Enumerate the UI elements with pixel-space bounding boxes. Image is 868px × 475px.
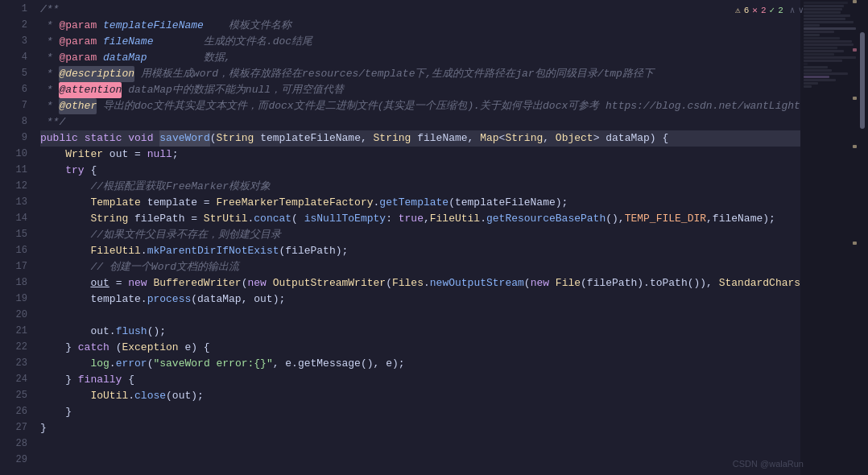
code-line-4: * @param dataMap 数据, <box>40 50 800 66</box>
code-line-16: FileUtil.mkParentDirIfNotExist(filePath)… <box>40 243 800 259</box>
code-line-9: public static void saveWord(String templ… <box>40 130 800 147</box>
code-line-22: } catch (Exception e) { <box>40 340 800 356</box>
code-line-20 <box>40 308 800 324</box>
code-area[interactable]: /** * @param templateFileName 模板文件名称 * @… <box>32 0 800 475</box>
code-line-8: **/ <box>40 114 800 130</box>
code-line-18: out = new BufferedWriter(new OutputStrea… <box>40 275 800 291</box>
code-line-12: //根据配置获取FreeMarker模板对象 <box>40 179 800 195</box>
code-line-25: IoUtil.close(out); <box>40 388 800 404</box>
minimap <box>800 0 857 475</box>
code-line-17: // 创建一个Word文档的输出流 <box>40 259 800 275</box>
code-line-7: * @other 导出的doc文件其实是文本文件，而docx文件是二进制文件(其… <box>40 98 800 114</box>
code-line-6: * @attention dataMap中的数据不能为null，可用空值代替 <box>40 82 800 98</box>
code-line-5: * @description 用模板生成word，模板存放路径在resource… <box>40 66 800 82</box>
code-line-24: } finally { <box>40 372 800 388</box>
watermark: CSDN @walaRun <box>733 459 804 469</box>
code-line-14: String filePath = StrUtil.concat( isNull… <box>40 211 800 227</box>
editor-container: 1 2 3 4 5 6 7 8 ⚠ 9 10 11 12 13 14 15 16… <box>0 0 868 475</box>
collapse-icon[interactable]: ∧ <box>790 5 796 15</box>
check-count: 2 <box>778 6 783 15</box>
warning-icon: ⚠ <box>735 5 741 15</box>
warning-count: 6 <box>744 6 750 15</box>
error-count: 2 <box>761 6 767 15</box>
scrollbar-thumb[interactable] <box>860 32 865 129</box>
code-line-21: out.flush(); <box>40 324 800 340</box>
code-line-26: } <box>40 404 800 420</box>
code-line-23: log.error("saveWord error:{}", e.getMess… <box>40 356 800 372</box>
code-line-10: Writer out = null; <box>40 147 800 163</box>
code-line-2: * @param templateFileName 模板文件名称 <box>40 18 800 34</box>
check-icon: ✓ <box>770 5 775 15</box>
expand-icon[interactable]: ∨ <box>798 5 804 15</box>
code-line-15: //如果文件父目录不存在，则创建父目录 <box>40 227 800 243</box>
code-line-13: Template template = FreeMarkerTemplateFa… <box>40 195 800 211</box>
scrollbar[interactable] <box>857 0 868 475</box>
code-line-11: try { <box>40 163 800 179</box>
code-line-1: /** <box>40 2 800 18</box>
top-icons: ⚠ 6 ✕ 2 ✓ 2 ∧ ∨ <box>735 5 804 15</box>
code-line-27: } <box>40 420 800 436</box>
code-line-3: * @param fileName 生成的文件名.doc结尾 <box>40 34 800 50</box>
error-icon: ✕ <box>752 5 758 15</box>
code-line-19: template.process(dataMap, out); <box>40 291 800 308</box>
line-numbers: 1 2 3 4 5 6 7 8 ⚠ 9 10 11 12 13 14 15 16… <box>0 0 32 475</box>
